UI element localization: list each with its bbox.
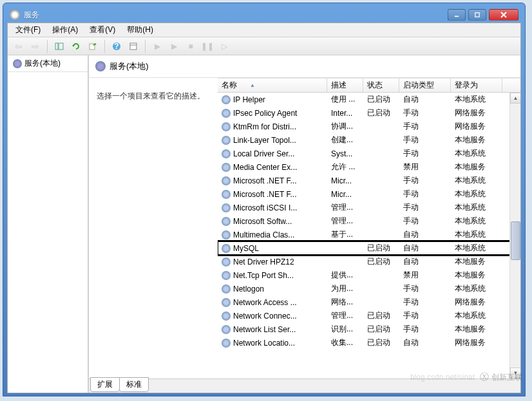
service-desc: 允许 ...	[327, 160, 363, 174]
service-row[interactable]: Network List Ser... 识别... 已启动 手动 本地服务	[218, 322, 520, 336]
service-status	[363, 139, 399, 142]
service-desc: Inter...	[327, 107, 363, 119]
tree-item-label: 服务(本地)	[24, 58, 61, 69]
service-name: Network Access ...	[233, 298, 297, 307]
service-startup: 自动	[399, 336, 451, 350]
service-startup: 自动	[399, 228, 451, 241]
export-button[interactable]	[86, 39, 100, 53]
service-row[interactable]: Microsoft .NET F... Micr... 手动 本地系统	[218, 187, 520, 201]
back-button[interactable]: ⇦	[12, 39, 26, 53]
service-logon: 本地系统	[451, 187, 502, 201]
service-row[interactable]: IPsec Policy Agent Inter... 已启动 手动 网络服务	[218, 106, 520, 120]
service-row[interactable]: Microsoft .NET F... Micr... 手动 本地系统	[218, 174, 520, 187]
service-name: Multimedia Clas...	[233, 230, 294, 239]
list-body[interactable]: IP Helper 使用 ... 已启动 自动 本地系统 IPsec Polic…	[218, 93, 520, 378]
service-status	[363, 153, 399, 155]
stop-button[interactable]: ■	[184, 39, 198, 53]
service-icon	[222, 203, 231, 212]
service-desc: Micr...	[327, 189, 363, 200]
service-startup: 禁用	[399, 268, 451, 282]
svg-marker-6	[72, 45, 75, 47]
tab-extended[interactable]: 扩展	[90, 377, 120, 392]
menu-action[interactable]: 操作(A)	[47, 23, 83, 37]
scroll-thumb[interactable]	[511, 221, 520, 260]
service-row[interactable]: Netlogon 为用... 手动 本地系统	[218, 282, 520, 295]
service-icon	[222, 95, 231, 104]
service-desc: Micr...	[327, 175, 363, 187]
menu-view[interactable]: 查看(V)	[84, 23, 120, 37]
titlebar[interactable]: 服务	[7, 7, 521, 23]
help-button[interactable]: ?	[109, 39, 124, 53]
tree-item-services[interactable]: 服务(本地)	[8, 55, 88, 72]
service-startup: 手动	[399, 201, 451, 214]
service-startup: 手动	[399, 106, 451, 120]
service-row[interactable]: Local Driver Ser... Syst... 手动 本地系统	[218, 147, 520, 160]
service-name: IPsec Policy Agent	[233, 109, 297, 118]
service-status: 已启动	[363, 93, 399, 106]
service-status	[363, 193, 399, 196]
service-row[interactable]: Microsoft Softw... 管理... 手动 本地系统	[218, 214, 520, 228]
service-name: KtmRm for Distri...	[233, 122, 296, 131]
service-desc: 管理...	[327, 309, 363, 322]
service-logon: 本地服务	[451, 133, 502, 147]
service-row[interactable]: Multimedia Clas... 基于... 自动 本地系统	[218, 228, 520, 241]
service-icon	[222, 298, 231, 307]
menu-help[interactable]: 帮助(H)	[122, 23, 158, 37]
properties-button[interactable]	[126, 39, 140, 53]
column-status[interactable]: 状态	[363, 79, 399, 92]
service-desc: 管理...	[327, 201, 363, 214]
service-name: Microsoft iSCSI I...	[233, 203, 297, 212]
vertical-scrollbar[interactable]: ▲ ▼	[509, 93, 520, 378]
service-status	[363, 126, 399, 128]
separator	[47, 40, 48, 53]
service-row[interactable]: Network Connec... 管理... 已启动 手动 本地系统	[218, 309, 520, 322]
service-row[interactable]: MySQL 已启动 自动 本地系统	[218, 241, 520, 255]
service-startup: 手动	[399, 282, 451, 295]
service-status	[363, 180, 399, 182]
service-startup: 手动	[399, 214, 451, 228]
column-description[interactable]: 描述	[327, 79, 363, 92]
service-desc	[327, 261, 363, 263]
show-hide-button[interactable]	[52, 39, 66, 53]
service-status	[363, 288, 399, 290]
scroll-up-button[interactable]: ▲	[510, 93, 520, 104]
column-startup-type[interactable]: 启动类型	[399, 79, 451, 92]
service-row[interactable]: Microsoft iSCSI I... 管理... 手动 本地系统	[218, 201, 520, 214]
menu-file[interactable]: 文件(F)	[10, 23, 46, 37]
service-startup: 手动	[399, 187, 451, 201]
forward-button[interactable]: ⇨	[28, 39, 43, 53]
service-row[interactable]: IP Helper 使用 ... 已启动 自动 本地系统	[218, 93, 520, 106]
service-row[interactable]: Network Locatio... 收集... 已启动 自动 网络服务	[218, 336, 520, 350]
service-logon: 本地系统	[451, 241, 502, 255]
service-row[interactable]: Link-Layer Topol... 创建... 手动 本地服务	[218, 133, 520, 147]
minimize-button[interactable]	[448, 9, 466, 21]
restart-button[interactable]: ▶	[167, 39, 181, 53]
service-row[interactable]: Net Driver HPZ12 已启动 自动 本地服务	[218, 255, 520, 268]
refresh-button[interactable]	[69, 39, 83, 53]
start-button[interactable]: ▶	[150, 39, 164, 53]
column-name[interactable]: 名称▲	[218, 79, 327, 92]
tab-standard[interactable]: 标准	[119, 377, 149, 392]
service-row[interactable]: Network Access ... 网络... 手动 网络服务	[218, 295, 520, 309]
maximize-button[interactable]	[468, 9, 486, 21]
close-button[interactable]	[489, 9, 518, 21]
service-name: Microsoft .NET F...	[233, 176, 296, 185]
toolbar: ⇦ ⇨ ? ▶ ▶ ■ ❚❚ ▷	[8, 37, 520, 55]
service-desc: 为用...	[327, 282, 363, 295]
service-row[interactable]: Net.Tcp Port Sh... 提供... 禁用 本地服务	[218, 268, 520, 282]
service-icon	[222, 230, 231, 239]
resume-button[interactable]: ▷	[217, 39, 231, 53]
service-row[interactable]: KtmRm for Distri... 协调... 手动 网络服务	[218, 120, 520, 133]
service-status: 已启动	[363, 309, 399, 322]
service-startup: 手动	[399, 147, 451, 160]
service-row[interactable]: Media Center Ex... 允许 ... 禁用 本地服务	[218, 160, 520, 174]
service-icon	[222, 109, 231, 118]
list-header: 名称▲ 描述 状态 启动类型 登录为	[218, 79, 520, 93]
service-name: Media Center Ex...	[233, 163, 297, 172]
service-desc: Syst...	[327, 148, 363, 160]
service-status: 已启动	[363, 106, 399, 120]
service-name: Microsoft Softw...	[233, 217, 292, 226]
column-logon-as[interactable]: 登录为	[451, 79, 502, 92]
service-status: 已启动	[363, 336, 399, 350]
pause-button[interactable]: ❚❚	[200, 39, 214, 53]
